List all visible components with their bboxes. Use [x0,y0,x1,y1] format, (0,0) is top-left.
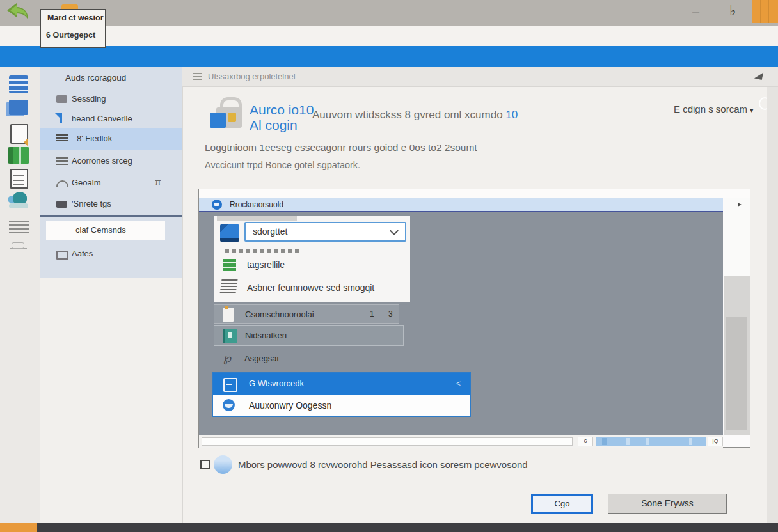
icon-rail [0,67,40,523]
account-sphere-icon [223,399,235,411]
teal-app-icon [223,329,237,343]
dialog-scrollbar-top[interactable] [724,198,750,276]
breadcrumb: Utssaxrbog erpoletelnel [208,72,296,81]
outline-rect-icon [56,251,68,260]
list-icon[interactable] [9,221,29,235]
breadcrumb-menu-icon[interactable] [193,73,202,80]
tab-bar: Whidunglfi ces conurt eool × [0,26,778,46]
layered-lines-icon [219,279,237,293]
dashed-list-icon [56,157,68,166]
dialog-top-strip [199,189,750,198]
breadcrumb-bar: Utssaxrbog erpoletelnel [182,67,778,87]
window-glyph-icon [223,378,237,392]
sidebar-item-acorrones[interactable]: Acorrones srceg [40,152,182,171]
selected-account-group: G Wtsvrorcedk < Auuxonwry Oogessn [212,372,471,417]
panel-tab-strip [217,216,297,221]
sidebar-item-snrete[interactable]: 'Snrete tgs [40,195,182,214]
page-icon [223,308,234,322]
cloud-device-icon[interactable] [8,192,29,210]
taskbar [0,523,778,532]
save-settings-button[interactable]: Sone Erywss [608,494,727,514]
dialog-app-icon [212,199,222,210]
window-titlebar: – ♭ [0,0,778,26]
green-folder-icon[interactable] [8,147,29,164]
hscroll-right-box[interactable]: |Q [708,437,723,446]
list-item[interactable]: ℘ Asgegsai [214,349,404,368]
arc-icon [56,180,68,187]
edition-select[interactable]: E cdign s sorcam [640,104,747,114]
autologon-lock-icon [210,97,246,132]
horizontal-scroll-strip: 6 |Q [199,435,723,448]
sidebar-header: Auds rcoragoud [65,73,126,82]
green-stack-icon [223,259,236,271]
sidebar-separator [40,215,182,217]
sidebar-command-box[interactable]: ciaf Cemsnds [46,221,165,240]
sidebar-item-canverlle[interactable]: heand Canverlle [40,110,182,129]
list-item[interactable]: tagsrellile [214,254,410,276]
edition-caret-icon[interactable]: ▾ [750,106,754,114]
minimize-button[interactable]: – [692,4,699,19]
toolbar: ↺ [0,46,778,67]
dark-rect-icon [56,201,67,208]
sidebar-item-fiedlok-selected[interactable]: 8' Fiedlok [40,128,182,150]
sidebar: Auds rcoragoud Sessding heand Canverlle … [40,67,182,278]
account-combobox[interactable]: sdorgttet [244,222,406,242]
list-item[interactable]: Nidsnatkeri [214,325,404,346]
page-title: Aurco io10 Al cogin [250,102,314,133]
page-subtitle: Auuvom wtidsckss 8 gvred oml xcumdo 10 [312,109,518,121]
settings-sliders-icon[interactable] [9,75,28,93]
description-line-2: Avccicunt trpd Bonce gotel sgpataork. [205,160,360,170]
hscroll-thumb[interactable] [596,437,706,446]
description-line-1: Loggtnioom 1eeseg essecagonr rours goiod… [205,142,477,153]
version-number: 10 [505,109,518,121]
ok-button[interactable]: Cgo [531,494,593,514]
taskbar-accent [0,523,37,532]
selected-item[interactable]: G Wtsvrorcedk < [213,373,470,395]
list-item[interactable]: Asbner feumnowve sed smogqit [214,276,410,299]
page-scrollbar-track[interactable] [767,86,778,523]
pin-icon[interactable]: π [155,177,161,187]
dialog-titlebar[interactable]: Rrocknaorsuold [199,198,723,212]
flag-icon [60,113,62,123]
window-close-button[interactable] [752,0,778,23]
sidebar-item-geoalm[interactable]: Geoalm π [40,174,182,193]
sidebar-item-aafes[interactable]: Aafes [40,245,182,264]
chevron-left-icon[interactable]: < [456,379,461,388]
tab-tooltip-label: Mard ct wesior [47,13,104,22]
list-item[interactable]: Auuxonwry Oogessn [213,395,470,416]
folders-icon[interactable] [9,100,28,115]
password-reset-checkbox[interactable] [200,460,210,469]
tab-first[interactable]: Mard ct wesior 6 Ourtegepct [40,9,106,48]
count-badge: 3 [388,309,393,318]
computer-icon [220,224,239,242]
dialog-title: Rrocknaorsuold [230,200,283,209]
sidebar-main-divider [182,67,183,523]
dialog-scrollbar-thumb[interactable] [726,317,747,430]
tab-first-label: 6 Ourtegepct [46,31,95,40]
count-badge: 1 [370,309,374,318]
hscroll-left-box[interactable]: 6 [578,437,593,446]
combobox-value: sdorgttet [253,226,287,237]
menu-lines-icon [56,134,68,143]
script-p-icon: ℘ [223,350,232,365]
user-avatar-icon [214,455,232,474]
card-icon [56,95,67,103]
account-dialog: Rrocknaorsuold sdorgttet tagsrellile Asb… [198,189,750,448]
document-edit-icon[interactable] [10,124,28,144]
group-caption [225,249,300,253]
checkbox-label: Mbors powwovd 8 rcvwoorohd Pesassasd ico… [238,459,528,470]
chevron-down-icon[interactable] [390,226,399,235]
hscroll-track[interactable] [202,437,573,446]
sidebar-item-sessding[interactable]: Sessding [40,90,182,109]
stamp-icon[interactable] [10,242,27,254]
back-arrow-icon[interactable] [754,71,763,80]
list-item[interactable]: Csomschnooroolai 1 3 [214,304,399,324]
account-picker-panel: sdorgttet tagsrellile Asbner feumnowve s… [214,216,410,302]
app-logo-icon [5,2,31,21]
restore-button[interactable]: ♭ [729,3,736,19]
document-lines-icon[interactable] [10,169,28,189]
